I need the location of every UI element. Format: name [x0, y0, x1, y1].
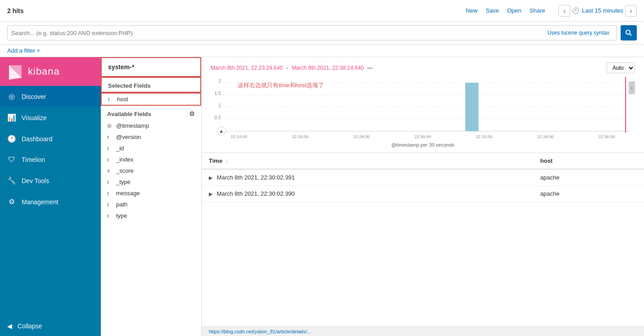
table-header-row: Time ↓ host — [202, 153, 644, 169]
table-area: Time ↓ host ▶ March 8th 2021, 22:30:02.3… — [202, 153, 644, 327]
avail-field-type[interactable]: t _type — [101, 176, 201, 188]
row-host-cell: apache — [533, 186, 644, 202]
hits-table: Time ↓ host ▶ March 8th 2021, 22:30:02.3… — [202, 153, 644, 202]
main-layout: kibana ◎ Discover 📊 Visualize 🕐 Dashboar… — [0, 57, 644, 336]
top-bar: 2 hits New Save Open Share ‹ 🕐 Last 15 m… — [0, 0, 644, 22]
avail-field-index[interactable]: t _index — [101, 154, 201, 165]
field-type-message: t — [107, 191, 113, 196]
sidebar-item-timelion[interactable]: 🛡 Timelion — [0, 149, 101, 170]
next-time-button[interactable]: › — [625, 5, 637, 17]
svg-text:22:28:00: 22:28:00 — [353, 134, 370, 139]
field-type-type2: t — [107, 213, 113, 219]
sidebar-item-devtools[interactable]: 🔧 Dev Tools — [0, 170, 101, 191]
index-pattern[interactable]: system-* — [101, 57, 201, 77]
sidebar-item-discover-label: Discover — [22, 93, 46, 100]
collapse-right-button[interactable]: › — [629, 81, 635, 94]
chart-area: March 8th 2021, 22:23:24.640 - March 8th… — [202, 57, 644, 153]
avail-field-id[interactable]: t _id — [101, 143, 201, 154]
open-button[interactable]: Open — [507, 7, 522, 14]
svg-point-0 — [626, 30, 630, 34]
chart-time-to: March 8th 2021, 22:38:24.640 — [292, 65, 364, 71]
time-range[interactable]: 🕐 Last 15 minutes — [572, 7, 623, 14]
svg-text:1.5: 1.5 — [215, 90, 221, 96]
svg-text:22:34:00: 22:34:00 — [537, 134, 554, 139]
avail-field-score[interactable]: # _score — [101, 165, 201, 176]
discover-icon: ◎ — [7, 92, 16, 101]
field-type-path: t — [107, 202, 113, 207]
chart-collapse-button[interactable]: ▲ — [217, 126, 226, 135]
sidebar-item-timelion-label: Timelion — [22, 156, 45, 163]
row-time-cell: ▶ March 8th 2021, 22:30:02.391 — [202, 169, 533, 186]
field-type-index: t — [107, 157, 113, 162]
time-sort-icon: ↓ — [226, 159, 228, 164]
sidebar-nav: kibana ◎ Discover 📊 Visualize 🕐 Dashboar… — [0, 57, 101, 336]
svg-text:22:26:00: 22:26:00 — [292, 134, 309, 139]
toolbar-actions: New Save Open Share ‹ 🕐 Last 15 minutes … — [466, 5, 637, 17]
search-input[interactable] — [11, 30, 548, 36]
sidebar-item-management-label: Management — [22, 198, 59, 206]
table-row: ▶ March 8th 2021, 22:30:02.391 apache — [202, 169, 644, 186]
timelion-icon: 🛡 — [7, 156, 16, 164]
available-fields-header: Available Fields ⚙ — [101, 106, 201, 120]
kibana-logo: kibana — [0, 57, 101, 86]
row-host-cell: apache — [533, 169, 644, 186]
avail-field-type2[interactable]: t type — [101, 210, 201, 221]
share-button[interactable]: Share — [530, 7, 545, 14]
filter-bar: Add a filter + — [0, 45, 644, 57]
new-button[interactable]: New — [466, 7, 477, 14]
chart-time-header: March 8th 2021, 22:23:24.640 - March 8th… — [211, 63, 635, 73]
nav-bottom: ◀ Collapse — [0, 316, 101, 336]
chart-x-label: @timestamp per 30 seconds — [211, 142, 635, 148]
field-name-host: host — [117, 96, 128, 103]
sidebar-item-discover[interactable]: ◎ Discover — [0, 86, 101, 107]
svg-text:22:36:00: 22:36:00 — [599, 134, 615, 139]
expand-row-button[interactable]: ▶ — [209, 175, 212, 180]
devtools-icon: 🔧 — [7, 176, 16, 185]
add-filter-button[interactable]: Add a filter + — [7, 47, 40, 54]
svg-text:0.5: 0.5 — [215, 115, 221, 120]
svg-line-1 — [630, 34, 631, 36]
sidebar-item-dashboard[interactable]: 🕐 Dashboard — [0, 128, 101, 149]
save-button[interactable]: Save — [486, 7, 499, 14]
search-button[interactable] — [621, 25, 637, 40]
visualize-icon: 📊 — [7, 113, 16, 122]
table-row: ▶ March 8th 2021, 22:30:02.390 apache — [202, 186, 644, 202]
collapse-label: Collapse — [18, 323, 42, 330]
chart-time-dash: — — [367, 65, 373, 71]
field-type-timestamp: ◎ — [107, 123, 113, 129]
sidebar-item-visualize-label: Visualize — [22, 114, 47, 121]
chart-wrap: 这样右边就只有time和host选项了 2 1.5 1 0.5 0 — [211, 77, 635, 149]
field-name-version: @version — [116, 134, 141, 140]
time-column-header[interactable]: Time ↓ — [202, 153, 533, 169]
selected-fields-header: Selected Fields — [101, 77, 201, 93]
svg-text:22:30:00: 22:30:00 — [414, 134, 431, 139]
chart-time-from: March 8th 2021, 22:23:24.640 — [211, 65, 283, 71]
url-text: https://blog.csdn.net/yalxin_91/article/… — [209, 329, 311, 334]
svg-text:2: 2 — [218, 78, 221, 84]
expand-row-button[interactable]: ▶ — [209, 191, 212, 197]
selected-field-host[interactable]: t host — [101, 93, 201, 106]
avail-field-timestamp[interactable]: ◎ @timestamp — [101, 120, 201, 131]
kibana-logo-text: kibana — [28, 66, 60, 77]
collapse-button[interactable]: ◀ Collapse — [0, 316, 101, 336]
chart-annotation: 这样右边就只有time和host选项了 — [238, 81, 324, 90]
field-type-type: t — [107, 179, 113, 185]
clock-icon: 🕐 — [572, 7, 579, 14]
avail-field-message[interactable]: t message — [101, 188, 201, 199]
avail-field-path[interactable]: t path — [101, 199, 201, 210]
sidebar-item-visualize[interactable]: 📊 Visualize — [0, 107, 101, 128]
svg-text:22:32:00: 22:32:00 — [476, 134, 492, 139]
sidebar-item-management[interactable]: ⚙ Management — [0, 191, 101, 212]
interval-select[interactable]: Auto — [607, 63, 635, 73]
fields-panel: system-* Selected Fields t host Availabl… — [101, 57, 202, 336]
field-type-score: # — [107, 168, 113, 174]
field-name-index: _index — [116, 156, 133, 163]
host-column-header[interactable]: host — [533, 153, 644, 169]
dashboard-icon: 🕐 — [7, 134, 16, 143]
time-range-label: Last 15 minutes — [582, 7, 623, 14]
avail-field-version[interactable]: t @version — [101, 131, 201, 143]
gear-icon[interactable]: ⚙ — [189, 110, 195, 117]
time-nav: ‹ 🕐 Last 15 minutes › — [558, 5, 637, 17]
prev-time-button[interactable]: ‹ — [558, 5, 570, 17]
collapse-icon: ◀ — [7, 323, 12, 330]
